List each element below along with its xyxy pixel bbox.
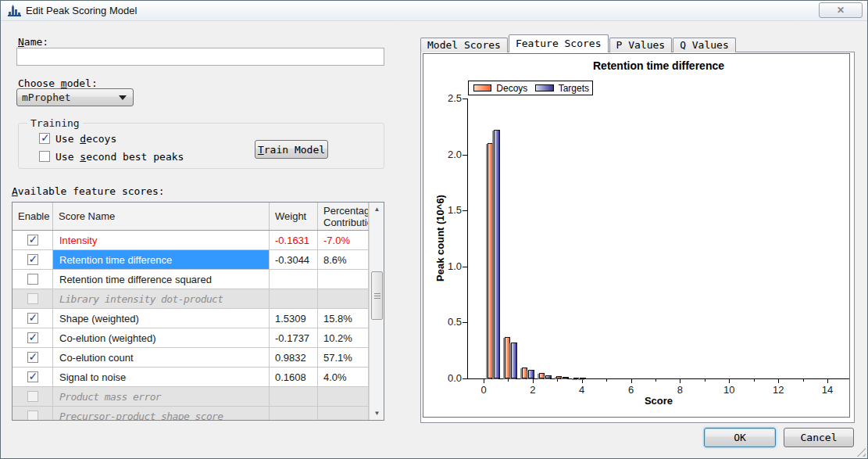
row-checkbox[interactable]	[27, 274, 38, 285]
table-row[interactable]: Precursor-product shape score	[13, 407, 369, 420]
targets-bar	[511, 342, 517, 378]
weight-cell[interactable]: -0.1631	[270, 231, 318, 250]
scroll-down-icon[interactable]: ▼	[370, 407, 384, 420]
model-select[interactable]: mProphet	[16, 88, 134, 106]
enable-cell[interactable]	[13, 368, 53, 387]
weight-cell[interactable]	[270, 387, 318, 407]
row-checkbox[interactable]	[27, 313, 38, 324]
row-checkbox[interactable]	[27, 391, 38, 402]
tab-p-values[interactable]: P Values	[609, 38, 673, 52]
table-scrollbar[interactable]: ▲ ▼	[369, 203, 384, 420]
pct-contribution-cell[interactable]	[318, 387, 369, 407]
score-name-cell[interactable]: Retention time difference	[53, 250, 270, 270]
decoys-bar	[539, 373, 545, 378]
table-row[interactable]: Intensity-0.1631-7.0%	[13, 231, 369, 250]
weight-cell[interactable]	[270, 289, 318, 309]
y-tick-label: 1.0	[429, 260, 462, 272]
score-name-cell[interactable]: Co-elution (weighted)	[53, 328, 270, 348]
score-name-cell[interactable]: Retention time difference squared	[53, 270, 270, 289]
train-model-button[interactable]: Train Model	[255, 140, 328, 159]
ok-button[interactable]: OK	[704, 428, 776, 447]
weight-cell[interactable]: 1.5309	[270, 309, 318, 328]
pct-contribution-cell[interactable]	[318, 289, 369, 309]
tab-model-scores[interactable]: Model Scores	[420, 38, 508, 52]
enable-cell[interactable]	[13, 270, 53, 289]
score-name-cell[interactable]: Shape (weighted)	[53, 309, 270, 328]
pct-contribution-cell[interactable]: -7.0%	[318, 231, 369, 250]
row-checkbox[interactable]	[27, 332, 38, 343]
pct-contribution-cell[interactable]	[318, 270, 369, 289]
pct-contribution-cell[interactable]: 8.6%	[318, 250, 369, 270]
weight-cell[interactable]	[270, 270, 318, 289]
score-name-cell[interactable]: Precursor-product shape score	[53, 407, 270, 420]
name-input[interactable]	[16, 48, 384, 66]
score-name-cell[interactable]: Co-elution count	[53, 348, 270, 368]
use-decoys-checkbox[interactable]	[39, 133, 50, 144]
weight-cell[interactable]: 0.1608	[270, 368, 318, 387]
table-row[interactable]: Co-elution count0.983257.1%	[13, 348, 369, 368]
score-name-cell[interactable]: Library intensity dot-product	[53, 289, 270, 309]
resize-grip[interactable]	[855, 446, 866, 457]
x-minor-tick	[508, 379, 509, 382]
choose-model-label: Choose model:	[18, 77, 98, 89]
row-checkbox[interactable]	[27, 352, 38, 363]
enable-cell[interactable]	[13, 289, 53, 309]
enable-cell[interactable]	[13, 348, 53, 368]
x-tick	[827, 379, 828, 383]
table-row[interactable]: Shape (weighted)1.530915.8%	[13, 309, 369, 328]
score-name-cell[interactable]: Product mass error	[53, 387, 270, 407]
tab-feature-scores[interactable]: Feature Scores	[509, 34, 609, 52]
weight-cell[interactable]: -0.1737	[270, 328, 318, 348]
table-row[interactable]: Product mass error	[13, 387, 369, 407]
tab-q-values[interactable]: Q Values	[673, 38, 736, 52]
enable-cell[interactable]	[13, 309, 53, 328]
name-label: Name:	[18, 36, 48, 48]
targets-swatch	[535, 84, 553, 91]
use-second-best-checkbox[interactable]	[39, 151, 50, 162]
header-weight[interactable]: Weight	[270, 203, 318, 230]
score-name-cell[interactable]: Intensity	[53, 231, 270, 250]
header-percentage-contribution[interactable]: Percentage Contribution	[318, 203, 369, 230]
use-second-best-label: Use second best peaks	[55, 151, 184, 163]
enable-cell[interactable]	[13, 231, 53, 250]
row-checkbox[interactable]	[27, 293, 38, 304]
x-tick-label: 14	[814, 384, 841, 396]
enable-cell[interactable]	[13, 387, 53, 407]
row-checkbox[interactable]	[27, 371, 38, 382]
title-bar[interactable]: Edit Peak Scoring Model ✕	[1, 1, 867, 21]
score-name-cell[interactable]: Signal to noise	[53, 368, 270, 387]
row-checkbox[interactable]	[27, 254, 38, 265]
pct-contribution-cell[interactable]: 15.8%	[318, 309, 369, 328]
enable-cell[interactable]	[13, 250, 53, 270]
scroll-up-icon[interactable]: ▲	[370, 203, 384, 216]
weight-cell[interactable]: 0.9832	[270, 348, 318, 368]
header-score-name[interactable]: Score Name	[53, 203, 270, 230]
available-feature-scores-label: Available feature scores:	[12, 185, 165, 197]
x-tick	[680, 379, 680, 383]
pct-contribution-cell[interactable]	[318, 407, 369, 420]
pct-contribution-cell[interactable]: 10.2%	[318, 328, 369, 348]
decoys-bar	[522, 368, 528, 378]
table-row[interactable]: Retention time difference squared	[13, 270, 369, 289]
row-checkbox[interactable]	[27, 235, 38, 246]
pct-contribution-cell[interactable]: 4.0%	[318, 368, 369, 387]
enable-cell[interactable]	[13, 328, 53, 348]
enable-cell[interactable]	[13, 407, 53, 420]
header-enable[interactable]: Enable	[13, 203, 53, 230]
tab-strip: Model Scores Feature Scores P Values Q V…	[420, 35, 737, 52]
x-minor-tick	[606, 379, 607, 382]
scrollbar-thumb[interactable]	[371, 271, 383, 320]
close-button[interactable]: ✕	[819, 2, 863, 18]
x-minor-tick	[557, 379, 558, 382]
weight-cell[interactable]: -0.3044	[270, 250, 318, 270]
pct-contribution-cell[interactable]: 57.1%	[318, 348, 369, 368]
table-row[interactable]: Co-elution (weighted)-0.173710.2%	[13, 328, 369, 348]
cancel-button[interactable]: Cancel	[784, 428, 854, 447]
table-row[interactable]: Retention time difference-0.30448.6%	[13, 250, 369, 270]
table-row[interactable]: Library intensity dot-product	[13, 289, 369, 309]
weight-cell[interactable]	[270, 407, 318, 420]
row-checkbox[interactable]	[27, 411, 38, 420]
y-tick	[463, 322, 467, 323]
targets-bar	[494, 130, 500, 378]
table-row[interactable]: Signal to noise0.16084.0%	[13, 368, 369, 387]
